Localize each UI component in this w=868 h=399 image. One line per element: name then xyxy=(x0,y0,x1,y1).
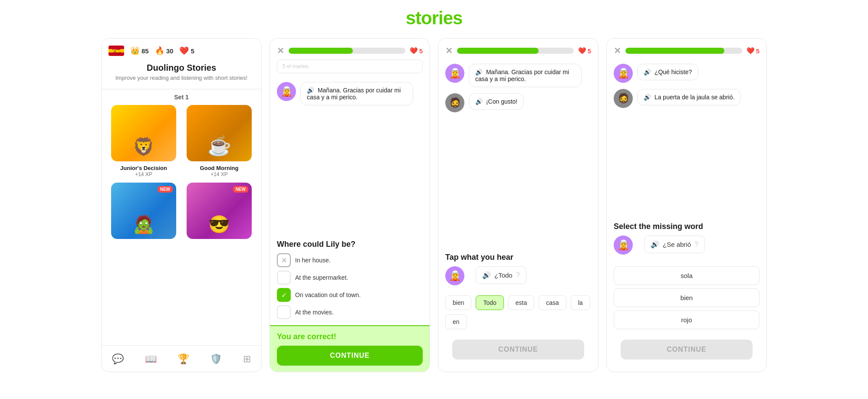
panel4-chat-area: 🧝 🔊 ¿Qué hiciste? 🧔 🔊 La puerta de la ja… xyxy=(607,59,766,222)
choice-text-3: On vacation out of town. xyxy=(295,291,361,298)
story-thumb-1: 🦁 xyxy=(111,105,176,161)
nav-grid-icon[interactable]: ⊞ xyxy=(240,352,254,366)
streak-badge: 🔥 30 xyxy=(155,46,174,56)
choice-checkbox-4[interactable] xyxy=(277,305,291,319)
word-chip-esta[interactable]: esta xyxy=(508,295,534,310)
panel3-lives-value: 5 xyxy=(588,47,591,55)
story-xp-2: +14 XP xyxy=(210,171,228,177)
panel4-options: sola bien rojo xyxy=(607,266,766,329)
nav-stories-icon[interactable]: 📖 xyxy=(141,352,160,366)
story-char-4: 😎 xyxy=(208,214,230,235)
heart-icon: ❤️ xyxy=(179,46,189,56)
panel3-progress-track xyxy=(457,48,574,54)
panel3-lives: ❤️ 5 xyxy=(578,47,591,55)
word-chip-todo[interactable]: Todo xyxy=(476,295,503,310)
panel4-question: Select the missing word xyxy=(607,222,766,235)
panel4-close-btn[interactable]: ✕ xyxy=(614,46,621,56)
page-title: stories xyxy=(406,8,463,29)
panel3-chat-row-1: 🧝 🔊 Mañana. Gracias por cuidar mi casa y… xyxy=(445,64,591,87)
panel4-lives: ❤️ 5 xyxy=(746,47,760,55)
panel3-close-btn[interactable]: ✕ xyxy=(445,46,453,56)
choice-item-4[interactable]: At the movies. xyxy=(277,305,423,319)
new-badge-4: NEW xyxy=(233,186,248,193)
word-chip-casa[interactable]: casa xyxy=(539,295,566,310)
choice-text-4: At the movies. xyxy=(295,309,334,316)
panel3-chat-area: 🧝 🔊 Mañana. Gracias por cuidar mi casa y… xyxy=(438,59,598,253)
panel2-prev-text: 5 el martes. xyxy=(277,59,423,73)
audio-icon-p4-1[interactable]: 🔊 xyxy=(644,69,651,75)
panel1-header: 🇪🇸 👑 85 🔥 30 ❤️ 5 Duolingo Stories Impro… xyxy=(102,39,261,89)
nav-shield-icon[interactable]: 🛡️ xyxy=(207,352,225,366)
nav-trophy-icon[interactable]: 🏆 xyxy=(174,352,193,366)
story-thumb-2: ☕ xyxy=(187,105,252,161)
panel4-top-bar: ✕ ❤️ 5 xyxy=(607,39,766,59)
panel3-continue-btn[interactable]: CONTINUE xyxy=(452,340,584,360)
choice-item-1[interactable]: ✕ In her house. xyxy=(277,253,423,267)
audio-icon-p3-input[interactable]: 🔊 xyxy=(482,271,491,279)
panel4-tap-input[interactable]: 🔊 ¿Se abrió ? xyxy=(644,235,705,253)
panel4-bubble-2: 🔊 La puerta de la jaula se abrió. xyxy=(637,89,741,105)
stories-subtitle: Improve your reading and listening with … xyxy=(108,75,254,81)
stories-title: Duolingo Stories xyxy=(108,63,254,73)
option-rojo[interactable]: rojo xyxy=(614,311,760,329)
audio-icon-p4-2[interactable]: 🔊 xyxy=(644,94,651,101)
choice-item-3[interactable]: ✓ On vacation out of town. xyxy=(277,288,423,302)
panel2-close-btn[interactable]: ✕ xyxy=(277,46,284,56)
story-thumb-3: NEW 🧟 xyxy=(111,183,176,239)
panel3-question: Tap what you hear xyxy=(438,253,598,266)
audio-icon-p3-1[interactable]: 🔊 xyxy=(475,69,483,75)
panel3-input-avatar: 🧝 xyxy=(445,266,464,285)
audio-icon-1[interactable]: 🔊 xyxy=(307,87,314,94)
panel2-progress-track xyxy=(289,48,405,54)
panel3-heart-icon: ❤️ xyxy=(578,47,586,55)
panel3-tap-input[interactable]: 🔊 ¿Todo ? xyxy=(476,266,526,284)
story-card-4[interactable]: NEW 😎 xyxy=(184,183,254,242)
panel4-input-placeholder: ? xyxy=(694,241,698,249)
panel2-chat-area: 🧝 🔊 Mañana. Gracias por cuidar mi casa y… xyxy=(270,78,430,240)
option-sola[interactable]: sola xyxy=(614,266,760,285)
panel4-bottom: CONTINUE xyxy=(607,329,766,372)
panel2-avatar-1: 🧝 xyxy=(277,82,296,101)
word-chip-bien[interactable]: bien xyxy=(445,295,471,310)
story-card-1[interactable]: 🦁 Junior's Decision +14 XP xyxy=(108,105,179,177)
panel4-input-avatar: 🧝 xyxy=(614,235,633,255)
audio-icon-p3-2[interactable]: 🔊 xyxy=(475,98,483,105)
panel2-top-bar: ✕ ❤️ 5 xyxy=(270,39,430,59)
choice-checkbox-1[interactable]: ✕ xyxy=(277,253,291,267)
flag-icon: 🇪🇸 xyxy=(108,46,124,56)
option-bien[interactable]: bien xyxy=(614,288,760,307)
audio-icon-p4-input[interactable]: 🔊 xyxy=(651,240,659,249)
choice-item-2[interactable]: At the supermarket. xyxy=(277,271,423,285)
word-chip-la[interactable]: la xyxy=(571,295,590,310)
panel4-lives-value: 5 xyxy=(756,47,760,55)
choice-text-2: At the supermarket. xyxy=(295,274,348,281)
xp-badge: 👑 85 xyxy=(130,46,149,56)
panel2-correct-bar: You are correct! CONTINUE xyxy=(270,325,430,372)
panel3-avatar-1: 🧝 xyxy=(445,64,464,83)
choice-checkbox-3[interactable]: ✓ xyxy=(277,288,291,302)
lives-badge: ❤️ 5 xyxy=(179,46,194,56)
new-badge-3: NEW xyxy=(158,186,173,193)
lives-value: 5 xyxy=(191,47,194,55)
panel4-bubble-1: 🔊 ¿Qué hiciste? xyxy=(637,64,698,80)
panel2-correct-label: You are correct! xyxy=(277,332,423,341)
word-chip-en[interactable]: en xyxy=(445,314,467,329)
xp-value: 85 xyxy=(141,47,149,55)
panel3-bubble-1: 🔊 Mañana. Gracias por cuidar mi casa y a… xyxy=(469,64,582,87)
panel-tap-hear: ✕ ❤️ 5 🧝 🔊 Mañana. Gracias por cuidar mi… xyxy=(438,38,598,372)
panel2-heart-icon: ❤️ xyxy=(410,47,418,55)
panel3-chat-text-1: Mañana. Gracias por cuidar mi casa y a m… xyxy=(475,69,569,82)
panel2-lives-value: 5 xyxy=(419,47,423,55)
set-label: Set 1 xyxy=(102,89,261,101)
panel4-continue-btn[interactable]: CONTINUE xyxy=(621,340,753,360)
story-card-3[interactable]: NEW 🧟 xyxy=(108,183,179,242)
panel2-continue-btn[interactable]: CONTINUE xyxy=(277,346,423,366)
crown-icon: 👑 xyxy=(130,46,140,56)
panel2-prev-text-value: 5 el martes. xyxy=(283,63,310,69)
panel2-chat-text-1: Mañana. Gracias por cuidar mi casa y a m… xyxy=(307,87,401,101)
panel4-avatar-1: 🧝 xyxy=(614,64,633,83)
choice-checkbox-2[interactable] xyxy=(277,271,291,285)
nav-chat-icon[interactable]: 💬 xyxy=(108,352,127,366)
story-card-2[interactable]: ☕ Good Morning +14 XP xyxy=(184,105,254,177)
panel-stories-list: 🇪🇸 👑 85 🔥 30 ❤️ 5 Duolingo Stories Impro… xyxy=(101,38,262,372)
